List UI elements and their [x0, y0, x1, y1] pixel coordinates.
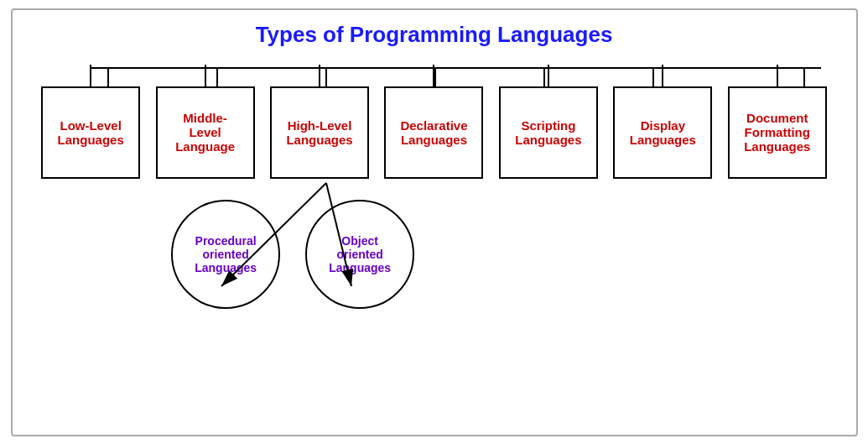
diagram-container: Types of Programming Languages: [11, 8, 858, 436]
diagram-title: Types of Programming Languages: [21, 22, 848, 48]
scripting-box: Scripting Languages: [499, 86, 598, 179]
low-level-box: Low-Level Languages: [41, 86, 140, 179]
middle-level-box: Middle- Level Language: [156, 86, 255, 179]
document-formatting-box: Document Formatting Languages: [728, 86, 827, 179]
high-level-box: High-Level Languages: [270, 86, 369, 179]
display-box: Display Languages: [613, 86, 712, 179]
procedural-circle: Procedural oriented Languages: [171, 200, 280, 309]
declarative-box: Declarative Languages: [384, 86, 483, 179]
object-oriented-circle: Object oriented Languages: [305, 200, 414, 309]
